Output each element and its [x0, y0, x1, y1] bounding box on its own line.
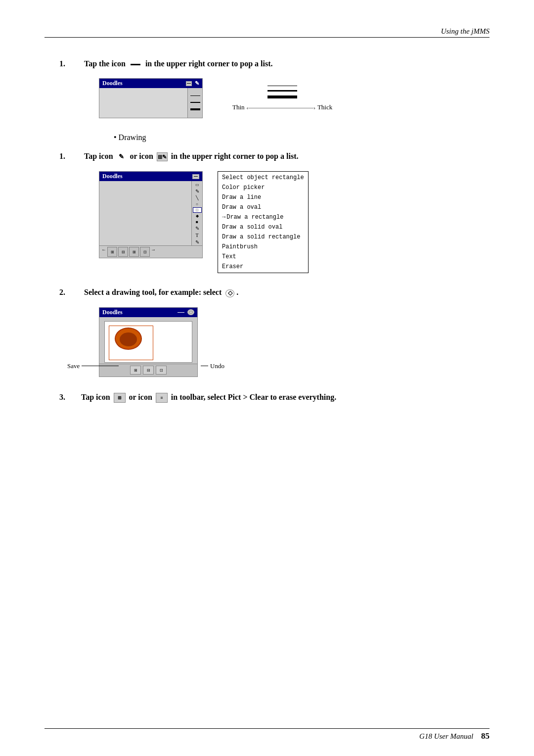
pencil-icon-inline: ✎: [117, 152, 127, 161]
grid-pencil-icon: ⊞✎: [157, 152, 168, 161]
toolbar-arrow-left: ←: [101, 247, 106, 257]
tools-dropdown-menu: Select object rectangle Color picker Dra…: [218, 171, 309, 273]
line-thick: [190, 108, 200, 110]
thickness-samples: [267, 86, 297, 98]
toolbar-icon-2[interactable]: ⊟: [143, 366, 154, 375]
thickness-legend: Thin ‹————————————› Thick: [232, 86, 332, 111]
step-1-number: 1.: [59, 59, 74, 68]
thick-label: Thick: [317, 103, 332, 111]
step-2-number: 2.: [59, 288, 74, 297]
menu-solid-oval[interactable]: Draw a solid oval: [218, 222, 308, 232]
thickness-arrow: ‹————————————›: [247, 104, 315, 110]
menu-arrow-pointer: →: [222, 213, 225, 222]
bottom-rule: [44, 728, 490, 729]
title-oval-icon: [187, 309, 194, 315]
header-title: Using the jMMS: [441, 27, 490, 36]
undo-label-area: Undo: [201, 362, 224, 370]
menu-eraser[interactable]: Eraser: [218, 262, 308, 272]
step-2-heading: 2. Select a drawing tool, for example: s…: [59, 288, 490, 297]
thin-label: Thin: [232, 103, 245, 111]
doodles-toolbar-2: ← ⊞ ⊟ ⊞ ⊡ →: [99, 245, 202, 258]
doodles-window-2: Doodles ▭ ✎ ╲ ○: [99, 171, 203, 258]
oval-tool-icon-inline: ◇: [225, 289, 234, 297]
doodles-label: Doodles: [102, 80, 123, 87]
step-1: 1. Tap the icon in the upper right corne…: [59, 59, 490, 118]
thickness-label-row: Thin ‹————————————› Thick: [232, 103, 332, 111]
menu-color-picker[interactable]: Color picker: [218, 183, 308, 192]
doodles-demo-2: Doodles ▭ ✎ ╲ ○: [99, 171, 490, 273]
menu-select-rect[interactable]: Select object rectangle: [218, 173, 308, 183]
menu-draw-oval[interactable]: Draw a oval: [218, 202, 308, 212]
drawn-oval-inner: [120, 332, 137, 346]
save-line: [82, 366, 119, 366]
tool-oval[interactable]: ○: [193, 201, 202, 207]
toolbar-btn-3[interactable]: ⊞: [129, 247, 139, 257]
doodles-window-3: Doodles: [99, 307, 198, 377]
title-dropdown-btn[interactable]: [186, 81, 192, 86]
menu-solid-rect[interactable]: Draw a solid rectangle: [218, 232, 308, 242]
menu-text[interactable]: Text: [218, 252, 308, 262]
footer-book-title: G18 User Manual: [419, 732, 473, 740]
doodles-main-area-2: [99, 181, 191, 245]
step-drawing-1-heading: 1. Tap icon ✎ or icon ⊞✎ in the upper ri…: [59, 152, 490, 161]
tool-eraser[interactable]: ✎: [193, 239, 202, 245]
title-controls-3: [178, 309, 194, 315]
doodles-main-area-1: [99, 88, 187, 118]
tool-solid-oval[interactable]: ◆: [193, 213, 202, 219]
dropdown-menu-container: Select object rectangle Color picker Dra…: [218, 171, 309, 273]
footer-page-num: 85: [481, 731, 490, 741]
top-rule: [44, 37, 490, 38]
tool-rect-selected[interactable]: □: [193, 207, 202, 213]
step-3-heading: 3. Tap icon ⊞ or icon ≡ in toolbar, sele…: [59, 392, 490, 403]
step-1-text: Tap the icon in the upper right corner t…: [84, 59, 273, 68]
doodles-demo-1: Doodles ✎: [99, 78, 490, 118]
doodles-body-2: ▭ ✎ ╲ ○ □ ◆ ■ ✎ T ✎: [99, 181, 202, 245]
title-dropdown-btn-2[interactable]: [192, 174, 199, 179]
toolbar-btn-4[interactable]: ⊡: [140, 247, 150, 257]
dot-grid: [99, 181, 191, 245]
lines-box-icon: ≡: [156, 393, 168, 403]
step-3-number: 3.: [59, 393, 74, 402]
menu-draw-line[interactable]: Draw a line: [218, 192, 308, 202]
save-label-text: Save: [67, 362, 80, 370]
doodles-title-bar-2: Doodles: [99, 172, 202, 181]
thickness-sample-thin: [267, 86, 297, 86]
content: 1. Tap the icon in the upper right corne…: [59, 59, 490, 403]
doodles-demo-3: Doodles: [99, 307, 490, 377]
doodles-label-3: Doodles: [102, 309, 123, 316]
toolbar-icon-1[interactable]: ⊞: [130, 366, 141, 375]
tool-select[interactable]: ▭: [193, 182, 202, 188]
doodles-title-bar-1: Doodles ✎: [99, 79, 202, 88]
step-2-text: Select a drawing tool, for example: sele…: [84, 288, 238, 297]
thickness-sample-medium: [267, 90, 297, 92]
step-drawing-1: 1. Tap icon ✎ or icon ⊞✎ in the upper ri…: [59, 152, 490, 273]
tool-text[interactable]: T: [193, 232, 202, 238]
tool-line[interactable]: ╲: [193, 195, 202, 201]
toolbar-btn-2[interactable]: ⊟: [118, 247, 128, 257]
title-dash-icon: [178, 312, 184, 313]
doodles-title-bar-3: Doodles: [99, 308, 197, 317]
doodles-body-3: ⊞ ⊟ ⊡ Save: [99, 317, 197, 377]
doodles-window-1: Doodles ✎: [99, 78, 203, 118]
canvas-area-3: [104, 321, 192, 363]
line-medium: [190, 102, 200, 103]
step-drawing-1-number: 1.: [59, 152, 74, 161]
tool-solid-rect[interactable]: ■: [193, 219, 202, 225]
step-3-text: Tap icon ⊞ or icon ≡ in toolbar, select …: [81, 392, 336, 403]
menu-paintbrush[interactable]: Paintbrush: [218, 242, 308, 252]
dash-icon: [131, 64, 140, 65]
step-1-heading: 1. Tap the icon in the upper right corne…: [59, 59, 490, 68]
grid-box-icon: ⊞: [114, 393, 126, 403]
tool-pencil[interactable]: ✎: [193, 188, 202, 194]
doodles-window-3-wrapper: Doodles: [99, 307, 198, 377]
undo-label-text: Undo: [210, 362, 224, 370]
save-label-area: Save: [67, 362, 119, 370]
menu-draw-rect[interactable]: →Draw a rectangle: [218, 212, 308, 222]
step-2: 2. Select a drawing tool, for example: s…: [59, 288, 490, 377]
page-container: Using the jMMS 1. Tap the icon in the up…: [0, 0, 534, 756]
toolbar-icon-3[interactable]: ⊡: [156, 366, 167, 375]
toolbar-btn-1[interactable]: ⊞: [107, 247, 117, 257]
pencil-icon-title: ✎: [195, 80, 199, 87]
thickness-sample-thick: [267, 95, 297, 98]
tool-brush[interactable]: ✎: [193, 225, 202, 232]
